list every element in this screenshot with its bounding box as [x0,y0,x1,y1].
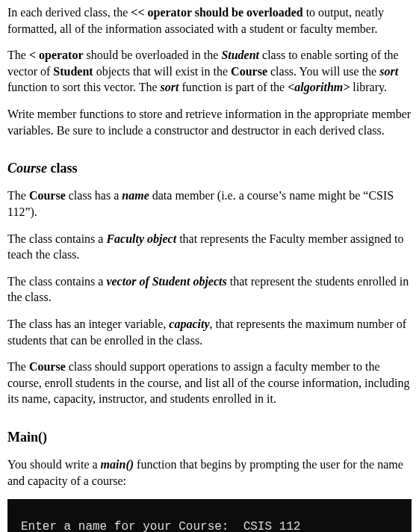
text-bold: < operator [29,49,84,61]
text: class. You will use the [267,65,379,78]
text-bold-italic: sort [379,65,398,78]
heading-course-class: Course class [7,159,412,177]
text: The [7,189,29,202]
paragraph-overload-lt: The < operator should be overloaded in t… [7,47,412,96]
text-bold-italic: capacity [169,318,209,330]
text-bold-italic: name [122,189,149,202]
text: The [7,49,29,61]
text-bold: Student [53,65,93,78]
text-bold-italic: sort [161,81,179,93]
heading-text: class [47,161,78,176]
text-bold-italic: <algorithm> [288,81,350,93]
text: class should support operations to assig… [7,360,410,405]
text: should be overloaded in the [84,49,222,61]
text-bold: Course [29,360,66,373]
text-bold: Course [29,189,66,202]
paragraph-course-operations: The Course class should support operatio… [7,359,412,407]
text-bold-italic: Faculty object [106,232,176,245]
text-bold: << operator should be overloaded [131,6,302,19]
heading-main: Main() [7,428,412,446]
paragraph-capacity: The class has an integer variable, capac… [7,316,412,348]
text: objects that will exist in the [93,65,231,78]
paragraph-overload-output: In each derived class, the << operator s… [7,4,412,37]
paragraph-student-vector: The class contains a vector of Student o… [7,273,412,306]
text: You should write a [7,458,101,471]
text-bold-italic: main() [101,458,134,471]
paragraph-course-name: The Course class has a name data member … [7,188,412,220]
text: The [7,360,29,373]
terminal-line-1: Enter a name for your Course: CSIS 112 [21,520,300,532]
text: The class has an integer variable, [7,318,169,330]
text: function is part of the [179,81,288,93]
text: library. [350,81,387,93]
text-bold-italic: vector of Student objects [106,275,226,288]
paragraph-faculty-object: The class contains a Faculty object that… [7,231,412,263]
text: The class contains a [7,275,106,288]
text: class has a [66,189,122,202]
text: The class contains a [7,232,106,245]
text-bold-italic: Student [221,49,259,61]
paragraph-main-prompt: You should write a main() function that … [7,457,412,489]
text: function to sort this vector. The [7,81,161,93]
terminal-output: Enter a name for your Course: CSIS 112Wh… [7,499,412,532]
text: In each derived class, the [7,6,131,19]
text-bold: Course [231,65,267,78]
heading-italic: Course [7,161,47,176]
paragraph-member-functions: Write member functions to store and retr… [7,106,412,138]
